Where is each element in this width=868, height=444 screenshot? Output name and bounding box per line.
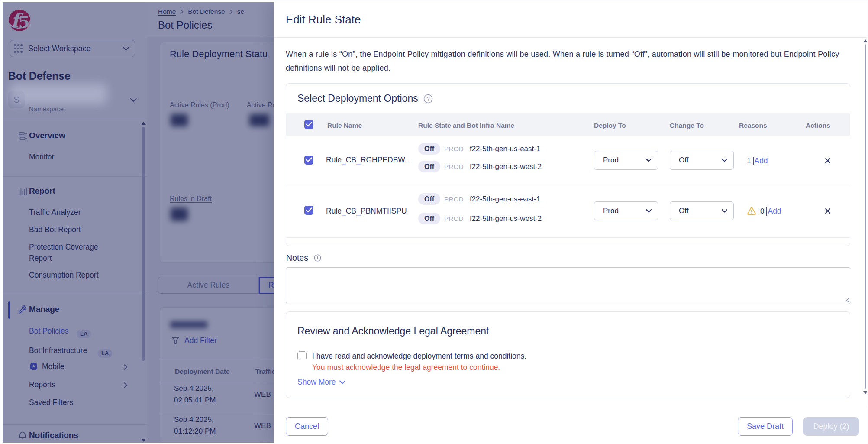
state-pill: Off (418, 213, 440, 224)
column-deploy-to: Deploy To (594, 122, 626, 130)
column-rule-state: Rule State and Bot Infra Name (418, 122, 514, 130)
show-more-label: Show More (297, 378, 336, 387)
legal-checkbox[interactable] (297, 351, 307, 360)
deploy-to-value: Prod (603, 207, 619, 215)
deploy-to-select[interactable]: Prod (594, 201, 658, 220)
notes-textarea[interactable] (286, 267, 851, 304)
remove-row-button[interactable] (825, 158, 830, 163)
notes-field-label-row: Notes (286, 253, 321, 263)
deployment-options-heading-text: Select Deployment Options (297, 93, 418, 104)
drawer-scrollbar-thumb[interactable] (865, 44, 866, 389)
app-root: f 5 Select Workspace Bot Defense S Names… (3, 2, 867, 443)
add-reason-link[interactable]: Add (754, 156, 768, 165)
namespace-name-redacted (10, 84, 107, 104)
info-icon[interactable] (314, 254, 321, 262)
notes-label: Notes (286, 253, 308, 263)
drawer-scrollbar-up-arrow[interactable] (863, 39, 867, 42)
legal-heading: Review and Acknowledge Legal Agreement (297, 325, 489, 337)
rule-state-line: Off PROD f22-5th-gen-us-west-2 (418, 161, 542, 172)
legal-error-text: You must acknowledge the legal agreement… (312, 363, 500, 372)
save-draft-button[interactable]: Save Draft (738, 417, 793, 436)
state-pill: Off (418, 193, 440, 205)
rule-state-line: Off PROD f22-5th-gen-us-east-1 (418, 143, 540, 155)
textarea-resize-grip[interactable] (845, 298, 849, 302)
row-checkbox[interactable] (304, 206, 313, 215)
change-to-value: Off (679, 207, 688, 215)
change-to-select[interactable]: Off (670, 201, 734, 220)
env-label: PROD (444, 215, 464, 222)
state-pill: Off (418, 161, 440, 172)
legal-checkbox-label[interactable]: I have read and acknowledge deployment t… (312, 352, 526, 361)
deploy-to-value: Prod (603, 156, 619, 165)
column-reasons: Reasons (739, 122, 767, 130)
env-label: PROD (444, 145, 464, 152)
add-reason-link[interactable]: Add (768, 207, 781, 216)
select-chevron-icon (646, 159, 652, 162)
state-pill: Off (418, 143, 440, 155)
env-label: PROD (444, 163, 464, 170)
reason-count: 1 (747, 157, 751, 165)
drawer-description: When a rule is “On”, the Endpoint Policy… (286, 47, 854, 75)
deploy-button[interactable]: Deploy (2) (803, 417, 859, 436)
select-chevron-icon (722, 159, 727, 162)
select-deployment-options-card: Select Deployment Options ? Rule Name Ru… (286, 83, 850, 246)
infra-name: f22-5th-gen-us-west-2 (470, 214, 542, 223)
help-circle-icon[interactable]: ? (423, 94, 433, 104)
reason-divider (753, 157, 754, 165)
infra-name: f22-5th-gen-us-east-1 (470, 145, 540, 153)
rule-name: Rule_CB_PBNMTIISPU (326, 207, 407, 216)
drawer-title: Edit Rule State (286, 13, 361, 26)
drawer-header-divider (274, 37, 867, 38)
reasons-cell: 0 Add (747, 205, 781, 217)
change-to-select[interactable]: Off (670, 151, 734, 170)
infra-name: f22-5th-gen-us-west-2 (470, 162, 542, 171)
reasons-cell: 1 Add (747, 155, 768, 167)
deploy-to-select[interactable]: Prod (594, 151, 658, 170)
reason-divider (766, 207, 767, 216)
drawer-scrollbar-down-arrow[interactable] (863, 391, 867, 394)
screenshot-canvas: f 5 Select Workspace Bot Defense S Names… (0, 0, 868, 444)
env-label: PROD (444, 195, 464, 203)
legal-agreement-card: Review and Acknowledge Legal Agreement I… (286, 311, 850, 398)
select-chevron-icon (646, 209, 652, 213)
svg-text:?: ? (426, 95, 429, 102)
remove-row-button[interactable] (825, 208, 830, 214)
change-to-value: Off (679, 156, 688, 165)
namespace-label: Namespace (29, 105, 64, 113)
warning-icon (747, 207, 756, 216)
rule-state-line: Off PROD f22-5th-gen-us-west-2 (418, 213, 542, 224)
cancel-button[interactable]: Cancel (286, 417, 328, 436)
table-bottom-divider (286, 237, 850, 238)
row-checkbox[interactable] (304, 156, 313, 165)
drawer-footer-divider (274, 406, 867, 406)
infra-name: f22-5th-gen-us-east-1 (470, 195, 540, 204)
chevron-down-icon (339, 380, 345, 384)
show-more-link[interactable]: Show More (297, 378, 345, 387)
column-actions: Actions (806, 122, 830, 130)
row-divider (286, 186, 850, 186)
deployment-options-heading: Select Deployment Options ? (297, 93, 433, 104)
reason-count: 0 (760, 207, 764, 216)
column-rule-name: Rule Name (327, 122, 362, 130)
edit-rule-state-drawer: Edit Rule State When a rule is “On”, the… (274, 2, 867, 443)
select-all-checkbox[interactable] (304, 120, 313, 129)
column-change-to: Change To (670, 122, 704, 130)
rule-state-line: Off PROD f22-5th-gen-us-east-1 (418, 193, 540, 205)
select-chevron-icon (722, 209, 727, 213)
rule-name: Rule_CB_RGHPEDBW... (326, 156, 411, 165)
